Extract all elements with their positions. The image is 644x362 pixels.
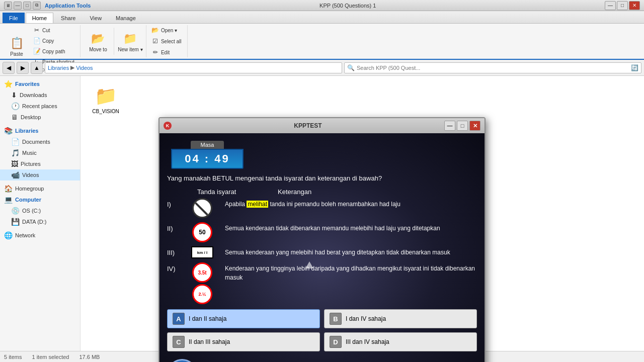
col2-header: Keterangan — [278, 188, 477, 196]
sign-num-3: III) — [167, 246, 187, 256]
sign-height-icon: 2.¼ — [192, 284, 212, 304]
tab-view[interactable]: View — [83, 13, 108, 23]
answer-text-c: II dan III sahaja — [189, 338, 230, 345]
sign-row-4: IV) 3.5t 2.¼ Kenderaan yang tingginya le… — [167, 262, 477, 304]
sign-num-1: I) — [167, 198, 187, 208]
tab-manage[interactable]: Manage — [109, 13, 142, 23]
window-minimize[interactable]: ― — [605, 1, 616, 10]
answer-text-b: I dan IV sahaja — [346, 315, 386, 322]
tab-file[interactable]: File — [3, 13, 25, 23]
select-all-icon: ☑ — [151, 37, 159, 45]
item-count: 5 items — [4, 354, 22, 360]
max-btn[interactable]: □ — [23, 2, 31, 10]
select-all-button[interactable]: ☑ Select all — [148, 36, 185, 46]
answer-letter-a: A — [173, 313, 185, 325]
file-size: 17.6 MB — [79, 354, 100, 360]
search-box[interactable]: 🔍 🔄 — [344, 62, 641, 73]
main-area: ⭐ Favorites ⬇ Downloads 🕐 Recent places … — [0, 76, 644, 351]
sign-desc-1: Apabila melihat tanda ini pemandu boleh … — [225, 198, 477, 209]
open-button[interactable]: 📂 Open ▾ — [148, 25, 185, 35]
answer-options: A I dan II sahaja B I dan IV sahaja C II… — [167, 309, 477, 351]
window-close[interactable]: ✕ — [629, 1, 640, 10]
sign-image-2: 50 — [187, 222, 217, 242]
open-icon: 📂 — [151, 26, 159, 34]
sign-diagonal-icon — [192, 198, 212, 218]
search-icon: 🔍 — [347, 64, 355, 71]
answer-btn-b[interactable]: B I dan IV sahaja — [324, 309, 477, 328]
copy-path-icon: 📝 — [33, 47, 41, 55]
signs-table-header: Tanda isyarat Keterangan — [167, 188, 477, 196]
masa-label: Masa — [191, 141, 224, 149]
up-button[interactable]: ▲ — [31, 62, 43, 74]
forward-button[interactable]: ▶ — [17, 62, 29, 74]
title-bar-icons: 🖥 ― □ ⧉ — [4, 2, 41, 10]
copy-path-button[interactable]: 📝 Copy path — [30, 46, 77, 56]
sign-row-2: II) 50 Semua kenderaan tidak dibenarkan … — [167, 222, 477, 242]
tab-home[interactable]: Home — [26, 13, 53, 23]
question-area: Yang manakah BETUL mengenai tanda isyara… — [167, 174, 477, 183]
copy-button[interactable]: 📄 Copy — [30, 36, 77, 46]
modal-controls: ― □ ✕ — [444, 121, 480, 131]
min-btn[interactable]: ― — [14, 2, 22, 10]
back-button[interactable]: ◀ — [3, 62, 15, 74]
sign-km-icon: km / l — [191, 246, 213, 258]
path-separator-1: ▶ — [70, 64, 74, 71]
window-title: KPP (500 Questions) 1 — [91, 3, 605, 9]
favorites-label: Favorites — [15, 81, 40, 87]
address-path[interactable]: Libraries ▶ Videos — [45, 62, 342, 73]
answer-btn-d[interactable]: D III dan IV sahaja — [324, 332, 477, 351]
answer-text-a: I dan II sahaja — [189, 315, 226, 322]
title-bar: 🖥 ― □ ⧉ Application Tools KPP (500 Quest… — [0, 0, 644, 11]
path-part-libraries: Libraries — [48, 65, 69, 71]
path-part-videos: Videos — [76, 65, 93, 71]
sign-speed-icon: 50 — [192, 222, 212, 242]
paste-label: Paste — [10, 51, 23, 57]
highlight-melihat: melihat — [247, 201, 268, 208]
modal-overlay: K KPPTEST ― □ ✕ Masa 04 : 49 Yang man — [0, 87, 644, 340]
modal-titlebar: K KPPTEST ― □ ✕ — [159, 118, 485, 133]
move-to-button[interactable]: 📂 Move to — [84, 28, 112, 55]
open-label: Open ▾ — [161, 28, 177, 33]
new-item-button[interactable]: 📁 New item ▾ — [116, 28, 144, 55]
modal-title: KPPTEST — [172, 122, 444, 129]
window-maximize[interactable]: □ — [617, 1, 628, 10]
search-input[interactable] — [357, 65, 629, 71]
sign-weight-icon: 3.5t — [192, 262, 212, 283]
modal-close-btn[interactable]: ✕ — [469, 121, 480, 131]
clipboard-buttons: 📋 Paste ✂ Cut 📄 Copy 📝 Copy path ⤷ — [5, 25, 77, 67]
sign-num-2: II) — [167, 222, 187, 232]
selected-count: 1 item selected — [32, 354, 69, 360]
modal-maximize-btn[interactable]: □ — [457, 121, 468, 131]
answer-letter-b: B — [330, 313, 342, 325]
select-all-label: Select all — [161, 39, 182, 44]
sign-desc-4: Kenderaan yang tingginya lebih daripada … — [225, 262, 477, 282]
copy-path-label: Copy path — [42, 49, 65, 54]
ribbon-organize-group: 📂 Move to 📁 New item ▾ 📂 Open ▾ ☑ Select… — [82, 25, 188, 57]
sign-row-3: III) km / l Semua kenderaan yang melebih… — [167, 246, 477, 258]
answer-btn-c[interactable]: C II dan III sahaja — [167, 332, 320, 351]
move-to-label: Move to — [89, 47, 107, 52]
answer-letter-d: D — [330, 336, 342, 348]
new-item-label: New item ▾ — [118, 47, 142, 52]
tab-share[interactable]: Share — [54, 13, 82, 23]
restore-btn[interactable]: ⧉ — [33, 2, 41, 10]
sign-desc-2: Semua kenderaan tidak dibenarkan memandu… — [225, 222, 477, 233]
copy-label: Copy — [42, 38, 54, 44]
signs-table: Tanda isyarat Keterangan I) Apabila meli… — [167, 188, 477, 304]
answer-btn-a[interactable]: A I dan II sahaja — [167, 309, 320, 328]
result-area: A jawapan yang betul Tamat Ujian — [167, 356, 477, 362]
timer-area: Masa 04 : 49 — [167, 141, 248, 169]
answer-text-d: III dan IV sahaja — [346, 338, 389, 345]
modal-content: Masa 04 : 49 Yang manakah BETUL mengenai… — [159, 133, 485, 362]
edit-button[interactable]: ✏ Edit — [148, 47, 185, 57]
move-to-icon: 📂 — [90, 31, 106, 47]
sign-desc-3: Semua kenderaan yang melebihi had berat … — [225, 246, 477, 257]
edit-label: Edit — [161, 50, 170, 55]
sign-image-3: km / l — [187, 246, 217, 258]
modal-minimize-btn[interactable]: ― — [444, 121, 455, 131]
cut-button[interactable]: ✂ Cut — [30, 25, 77, 35]
paste-button[interactable]: 📋 Paste — [5, 33, 28, 60]
app-tools-label: Application Tools — [45, 3, 91, 9]
timer-display: 04 : 49 — [171, 149, 244, 169]
question-text: Yang manakah BETUL mengenai tanda isyara… — [167, 174, 477, 183]
